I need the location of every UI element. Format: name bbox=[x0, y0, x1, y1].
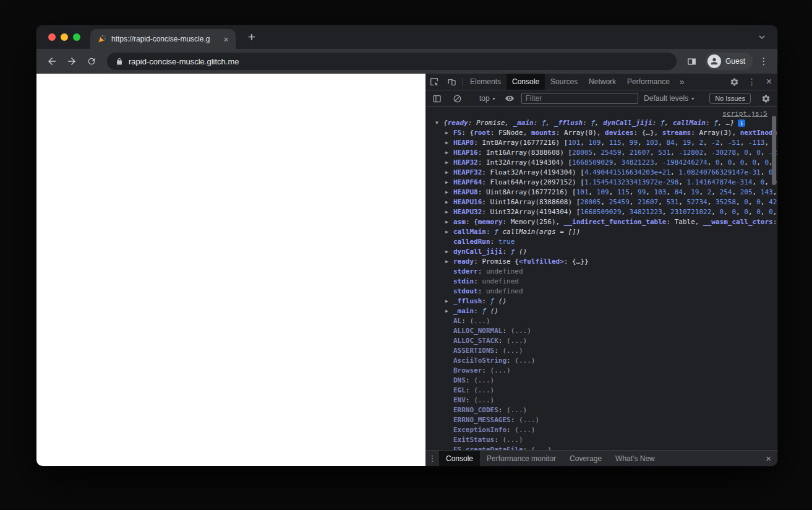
console-tree-row[interactable]: ALLOC_STACK: (...) bbox=[425, 336, 777, 346]
console-token[interactable]: (...) bbox=[511, 327, 531, 335]
devtools-settings-button[interactable] bbox=[726, 74, 743, 90]
console-tree-row[interactable]: ▶HEAPU32: Uint32Array(4194304) [16685090… bbox=[425, 207, 777, 217]
triangle-collapsed-icon[interactable]: ▶ bbox=[445, 217, 453, 227]
log-levels-dropdown[interactable]: Default levels ▾ bbox=[641, 94, 696, 103]
drawer-menu-button[interactable]: ⋮ bbox=[425, 451, 439, 466]
triangle-collapsed-icon[interactable]: ▶ bbox=[445, 188, 453, 197]
context-selector-dropdown[interactable]: top ▾ bbox=[477, 94, 498, 103]
clear-console-button[interactable] bbox=[449, 94, 466, 103]
console-tree-row[interactable]: ▶HEAPU16: Uint16Array(8388608) [28005, 2… bbox=[425, 197, 777, 207]
tab-elements[interactable]: Elements bbox=[464, 74, 506, 90]
console-tree-row[interactable]: ▶dynCall_jiji: ƒ () bbox=[425, 247, 777, 257]
address-bar[interactable]: rapid-concise-muscle.glitch.me bbox=[107, 53, 677, 70]
drawer-close-button[interactable]: × bbox=[759, 451, 777, 466]
lock-icon[interactable] bbox=[116, 58, 123, 66]
tab-search-chevron-icon[interactable] bbox=[758, 33, 766, 41]
console-tree-row[interactable]: calledRun: true bbox=[425, 237, 777, 247]
console-tree-row[interactable]: ▶ready: Promise {<fulfilled>: {…}} bbox=[425, 257, 777, 267]
triangle-collapsed-icon[interactable]: ▶ bbox=[445, 168, 453, 178]
console-token[interactable]: (...) bbox=[515, 426, 535, 434]
console-token[interactable]: (...) bbox=[506, 337, 527, 345]
triangle-collapsed-icon[interactable]: ▶ bbox=[445, 178, 453, 188]
console-tree-row[interactable]: DNS: (...) bbox=[425, 376, 777, 386]
new-tab-button[interactable]: + bbox=[243, 28, 260, 46]
console-tree-row[interactable]: stderr: undefined bbox=[425, 267, 777, 277]
console-tree-row[interactable]: ASSERTIONS: (...) bbox=[425, 346, 777, 356]
url-text[interactable]: rapid-concise-muscle.glitch.me bbox=[129, 57, 239, 66]
triangle-collapsed-icon[interactable]: ▶ bbox=[445, 207, 453, 217]
console-tree-row[interactable]: FS_createDataFile: (...) bbox=[425, 445, 777, 450]
triangle-collapsed-icon[interactable]: ▶ bbox=[445, 158, 453, 168]
tab-network[interactable]: Network bbox=[583, 74, 622, 90]
side-panel-button[interactable] bbox=[683, 52, 701, 71]
triangle-expanded-icon[interactable]: ▼ bbox=[435, 118, 443, 128]
console-tree-row[interactable]: ▶HEAP8: Int8Array(16777216) [101, 109, 1… bbox=[425, 138, 777, 148]
console-tree-row[interactable]: ▶HEAP32: Int32Array(4194304) [1668509029… bbox=[425, 158, 777, 168]
browser-menu-button[interactable]: ⋮ bbox=[756, 56, 771, 67]
console-tree-row[interactable]: ▶HEAP16: Int16Array(8388608) [28005, 254… bbox=[425, 148, 777, 158]
more-tabs-chevron-icon[interactable]: » bbox=[675, 74, 689, 90]
tab-close-icon[interactable]: × bbox=[221, 35, 231, 44]
triangle-collapsed-icon[interactable]: ▶ bbox=[445, 296, 453, 306]
console-token[interactable]: (...) bbox=[531, 446, 552, 450]
drawer-tab-coverage[interactable]: Coverage bbox=[563, 451, 609, 466]
console-tree-row[interactable]: ▶callMain: ƒ callMain(args = []) bbox=[425, 227, 777, 237]
console-output[interactable]: script.js:5 ▼{ready: Promise, _main: ƒ, … bbox=[425, 107, 777, 450]
console-tree-row[interactable]: ERRNO_MESSAGES: (...) bbox=[425, 415, 777, 425]
live-expression-button[interactable] bbox=[501, 93, 518, 103]
console-token[interactable]: (...) bbox=[470, 317, 490, 325]
console-source-link[interactable]: script.js:5 bbox=[722, 110, 767, 118]
console-tree-row[interactable]: ▶_fflush: ƒ () bbox=[425, 296, 777, 306]
triangle-collapsed-icon[interactable]: ▶ bbox=[445, 148, 453, 158]
console-tree-row[interactable]: ExceptionInfo: (...) bbox=[425, 425, 777, 435]
devtools-menu-button[interactable]: ⋮ bbox=[743, 74, 761, 90]
issues-counter-button[interactable]: No Issues bbox=[709, 93, 751, 104]
console-tree-row[interactable]: ALLOC_NORMAL: (...) bbox=[425, 326, 777, 336]
inspect-element-button[interactable] bbox=[425, 74, 443, 90]
triangle-collapsed-icon[interactable]: ▶ bbox=[445, 128, 453, 138]
console-tree-row[interactable]: stdout: undefined bbox=[425, 287, 777, 296]
triangle-collapsed-icon[interactable]: ▶ bbox=[445, 197, 453, 207]
triangle-collapsed-icon[interactable]: ▶ bbox=[445, 257, 453, 267]
console-tree-row[interactable]: ▶FS: {root: FSNode, mounts: Array(0), de… bbox=[425, 128, 777, 138]
triangle-collapsed-icon[interactable]: ▶ bbox=[445, 138, 453, 148]
devtools-close-button[interactable]: × bbox=[761, 74, 777, 90]
console-tree-row[interactable]: ExitStatus: (...) bbox=[425, 435, 777, 445]
console-tree-row[interactable]: stdin: undefined bbox=[425, 277, 777, 287]
console-tree-row[interactable]: AL: (...) bbox=[425, 316, 777, 326]
console-token[interactable]: (...) bbox=[502, 347, 523, 355]
page-viewport[interactable] bbox=[36, 74, 425, 466]
info-badge-icon[interactable]: i bbox=[738, 119, 745, 127]
tab-sources[interactable]: Sources bbox=[545, 74, 583, 90]
console-scrollbar-thumb[interactable] bbox=[772, 116, 776, 185]
console-token[interactable]: (...) bbox=[474, 386, 494, 394]
console-tree-row[interactable]: ERRNO_CODES: (...) bbox=[425, 405, 777, 415]
triangle-collapsed-icon[interactable]: ▶ bbox=[445, 306, 453, 316]
console-tree-row[interactable]: ▶asm: {memory: Memory(256), __indirect_f… bbox=[425, 217, 777, 227]
drawer-tab-console[interactable]: Console bbox=[439, 451, 480, 466]
console-token[interactable]: (...) bbox=[519, 416, 539, 424]
browser-tab[interactable]: https://rapid-concise-muscle.g × bbox=[90, 29, 236, 49]
console-token[interactable]: (...) bbox=[474, 396, 494, 404]
console-settings-button[interactable] bbox=[757, 94, 774, 103]
console-token[interactable]: (...) bbox=[506, 406, 527, 414]
console-tree-row[interactable]: ▶HEAPF64: Float64Array(2097152) [1.15454… bbox=[425, 178, 777, 188]
profile-chip[interactable]: Guest bbox=[705, 53, 753, 70]
drawer-tab-performance-monitor[interactable]: Performance monitor bbox=[480, 451, 563, 466]
console-tree-row[interactable]: ENV: (...) bbox=[425, 395, 777, 405]
tab-performance[interactable]: Performance bbox=[622, 74, 675, 90]
macos-close-button[interactable] bbox=[48, 33, 56, 41]
console-tree-row[interactable]: ▶HEAPF32: Float32Array(4194304) [4.49044… bbox=[425, 168, 777, 178]
triangle-collapsed-icon[interactable]: ▶ bbox=[445, 247, 453, 257]
console-filter-input[interactable] bbox=[521, 93, 639, 104]
console-tree-row[interactable]: EGL: (...) bbox=[425, 386, 777, 395]
console-token[interactable]: (...) bbox=[474, 376, 494, 384]
device-toolbar-button[interactable] bbox=[443, 74, 460, 90]
console-token[interactable]: (...) bbox=[502, 436, 523, 444]
console-tree-row[interactable]: ▶HEAPU8: Uint8Array(16777216) [101, 109,… bbox=[425, 188, 777, 197]
back-button[interactable] bbox=[43, 52, 61, 71]
macos-minimize-button[interactable] bbox=[61, 33, 68, 41]
tab-console[interactable]: Console bbox=[506, 74, 545, 90]
console-sidebar-button[interactable] bbox=[429, 94, 446, 103]
triangle-collapsed-icon[interactable]: ▶ bbox=[445, 227, 453, 237]
